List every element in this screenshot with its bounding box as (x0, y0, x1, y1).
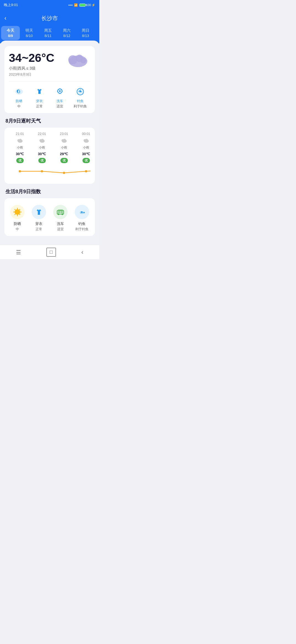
clothing-value: 正常 (29, 104, 50, 109)
sunscreen-label: 防晒 (9, 99, 29, 104)
life-item-clothing: 穿衣 正常 (30, 205, 47, 232)
carwash-value: 适宜 (50, 104, 70, 109)
weather-card: 34~26°C 小雨|西风 ≤ 3级 2023年8月9日 防晒 中 (4, 46, 95, 113)
life-value-carwash: 适宜 (52, 227, 69, 232)
svg-point-22 (41, 139, 44, 141)
svg-point-58 (62, 213, 63, 215)
hourly-time-1: 22:01 (31, 132, 53, 136)
page-title: 长沙市 (41, 15, 58, 22)
fishing-value: 利于钓鱼 (70, 104, 90, 109)
hourly-time-0: 21:01 (9, 132, 31, 136)
hourly-item-1: 22:01 小雨 30℃ 优 (31, 132, 53, 163)
hourly-icon-1 (31, 138, 53, 144)
svg-rect-56 (58, 210, 63, 211)
bottom-nav: ☰ □ ‹ (0, 245, 99, 259)
life-name-fishing: 钓鱼 (73, 221, 90, 226)
hourly-cond-0: 小雨 (9, 145, 31, 150)
hourly-temp-1: 30℃ (31, 152, 53, 156)
back-button[interactable]: ‹ (4, 15, 6, 22)
svg-line-51 (19, 209, 20, 210)
status-time: 晚上9:01 (4, 2, 18, 7)
svg-rect-60 (61, 211, 63, 213)
hourly-time-3: 00:01 (75, 132, 95, 136)
svg-point-38 (19, 170, 21, 173)
charging-icon: ⚡ (92, 3, 95, 7)
life-section-card: 防晒 中 穿衣 正常 (4, 198, 95, 236)
tab-mon[interactable]: 周一 8/14 (95, 26, 99, 40)
life-item-carwash: 洗车 适宜 (52, 205, 69, 232)
svg-point-3 (80, 58, 86, 63)
fishing-label: 钓鱼 (70, 99, 90, 104)
status-icons: ▪▪▪▪ 📶 100 ⚡ (68, 3, 95, 7)
svg-point-19 (19, 139, 22, 141)
svg-line-11 (61, 89, 62, 90)
header: ‹ 长沙市 (0, 10, 99, 24)
hourly-icon-3 (75, 138, 95, 144)
tab-fri[interactable]: 周五 8/11 (39, 26, 57, 40)
hourly-quality-3: 优 (82, 158, 90, 163)
hourly-icon-2 (53, 138, 75, 144)
cloud-illustration (65, 51, 89, 67)
hourly-temp-3: 30℃ (75, 152, 95, 156)
life-icon-clothing (32, 205, 46, 219)
back-nav-button[interactable]: ‹ (75, 247, 90, 258)
tab-today-day: 今天 (3, 28, 18, 33)
battery-percent: 100 (86, 3, 91, 7)
life-index-grid: 防晒 中 穿衣 正常 (9, 205, 90, 232)
tab-sat-day: 周六 (59, 28, 74, 33)
hourly-cond-3: 小雨 (75, 145, 95, 150)
svg-point-41 (85, 170, 87, 173)
clothing-icon (34, 86, 45, 97)
life-name-carwash: 洗车 (52, 221, 69, 226)
hourly-icon-0 (9, 138, 31, 144)
tab-today[interactable]: 今天 8/9 (1, 26, 20, 40)
tab-sun-day: 周日 (78, 28, 93, 33)
signal-icon: ▪▪▪▪ (68, 3, 73, 7)
svg-point-25 (63, 139, 66, 141)
hourly-weather-card: 21:01 小雨 30℃ 优 22:01 (4, 128, 95, 184)
hourly-quality-0: 优 (16, 158, 24, 163)
svg-point-40 (63, 172, 65, 174)
life-value-fishing: 利于钓鱼 (73, 227, 90, 232)
svg-line-50 (15, 209, 15, 210)
tab-tomorrow[interactable]: 明天 8/10 (20, 26, 39, 40)
quick-index-carwash: 洗车 适宜 (50, 86, 70, 109)
battery-indicator: 100 ⚡ (79, 3, 95, 7)
fishing-icon (75, 86, 86, 97)
svg-point-1 (68, 55, 78, 64)
tab-sun[interactable]: 周日 8/13 (76, 26, 95, 40)
life-section-title: 生活8月9日指数 (4, 188, 95, 195)
quick-index-sunscreen: 防晒 中 (9, 86, 29, 109)
status-bar: 晚上9:01 ▪▪▪▪ 📶 100 ⚡ (0, 0, 99, 10)
hourly-temp-0: 30℃ (9, 152, 31, 156)
tab-sat-date: 8/12 (59, 34, 74, 38)
tab-sat[interactable]: 周六 8/12 (57, 26, 76, 40)
sunscreen-value: 中 (9, 104, 29, 109)
svg-point-57 (58, 213, 59, 215)
home-button[interactable]: □ (46, 248, 56, 257)
hourly-temp-2: 29℃ (53, 152, 75, 156)
hourly-quality-1: 优 (38, 158, 46, 163)
carwash-icon (54, 86, 65, 97)
battery-icon (79, 4, 86, 7)
hourly-cond-1: 小雨 (31, 145, 53, 150)
svg-point-15 (80, 91, 81, 92)
hourly-quality-2: 优 (60, 158, 68, 163)
sunscreen-icon (14, 86, 25, 97)
hourly-item-0: 21:01 小雨 30℃ 优 (9, 132, 31, 163)
svg-point-28 (86, 139, 88, 141)
menu-button[interactable]: ☰ (9, 247, 28, 258)
hourly-time-2: 23:01 (53, 132, 75, 136)
life-name-clothing: 穿衣 (30, 221, 47, 226)
weather-date: 2023年8月9日 (9, 72, 90, 77)
wifi-icon: 📶 (74, 3, 78, 7)
temp-chart (9, 164, 90, 179)
life-item-fishing: 钓鱼 利于钓鱼 (73, 205, 90, 232)
life-value-clothing: 正常 (30, 227, 47, 232)
life-icon-fishing (75, 205, 89, 219)
tab-today-date: 8/9 (3, 34, 18, 38)
clothing-label: 穿衣 (29, 99, 50, 104)
hourly-row: 21:01 小雨 30℃ 优 22:01 (9, 132, 95, 163)
hourly-section-title: 8月9日逐时天气 (4, 118, 95, 124)
hourly-item-3: 00:01 小雨 30℃ 优 (75, 132, 95, 163)
